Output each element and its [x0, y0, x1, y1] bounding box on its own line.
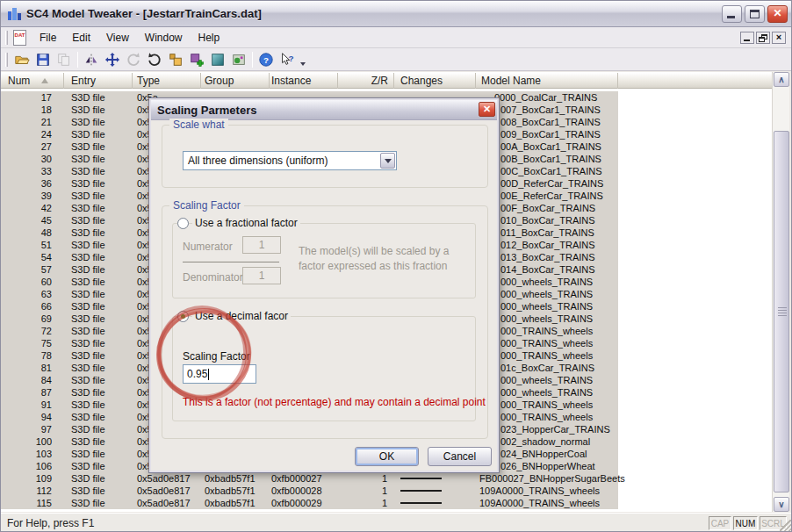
header-zr[interactable]: Z/R — [338, 73, 394, 89]
decimal-factor-field[interactable]: 0.95 — [183, 364, 256, 384]
mdi-minimize-button[interactable] — [740, 32, 754, 44]
menu-file[interactable]: File — [32, 29, 64, 47]
row-num: 57 — [1, 263, 52, 276]
row-model-name: 000_wheels_TRAINS — [500, 288, 593, 300]
header-model-name[interactable]: Model Name — [476, 73, 618, 89]
fraction-divider — [183, 262, 279, 262]
row-entry: S3D file — [71, 104, 105, 116]
maximize-button[interactable] — [745, 5, 765, 23]
dialog-close-button[interactable]: ✕ — [479, 102, 495, 117]
row-num: 30 — [1, 153, 52, 165]
row-model-name: 000_TRAINS_wheels — [500, 399, 593, 411]
minimize-button[interactable] — [722, 5, 742, 23]
header-num[interactable]: Num — [1, 73, 64, 89]
row-num: 33 — [1, 165, 52, 177]
header-filler — [618, 73, 772, 89]
texture-button[interactable] — [228, 50, 249, 69]
menubar-gripper[interactable] — [5, 31, 8, 45]
material-button[interactable] — [207, 50, 228, 69]
row-model-name: 109A0000_TRAINS_wheels — [479, 497, 600, 509]
row-entry: S3D file — [71, 374, 105, 386]
app-window: SC4 Model Tweaker - [JestarrTrainCars.da… — [0, 0, 792, 532]
row-entry: S3D file — [71, 251, 105, 263]
row-entry: S3D file — [71, 116, 105, 128]
close-button[interactable]: ✕ — [767, 5, 788, 23]
row-num: 21 — [1, 116, 52, 128]
header-instance[interactable]: Instance — [270, 73, 338, 89]
move-button[interactable] — [102, 50, 123, 69]
row-num: 72 — [1, 325, 52, 337]
copy-button[interactable] — [54, 50, 75, 69]
row-num: 42 — [1, 202, 52, 214]
menu-bar: DAT File Edit View Window Help × — [1, 27, 792, 48]
row-entry: S3D file — [71, 128, 105, 140]
denominator-field[interactable]: 1 — [242, 267, 281, 284]
fractional-radio-label[interactable]: Use a fractional factor — [192, 217, 300, 229]
add-model-button[interactable] — [186, 50, 207, 69]
row-model-name: 009_BoxCar1_TRAINS — [500, 128, 601, 140]
open-folder-icon — [14, 52, 30, 68]
row-instance: 0xfb000029 — [271, 497, 322, 509]
menu-view[interactable]: View — [98, 29, 137, 47]
row-entry: S3D file — [71, 153, 105, 165]
row-entry: S3D file — [71, 337, 105, 349]
vertical-scrollbar[interactable]: ∧ ∨ — [772, 72, 789, 512]
header-changes[interactable]: Changes — [394, 73, 476, 89]
cancel-button[interactable]: Cancel — [428, 447, 492, 466]
mdi-restore-button[interactable] — [756, 32, 770, 44]
scrollbar-thumb[interactable] — [774, 131, 789, 492]
mirror-button[interactable] — [81, 50, 102, 69]
row-model-name: 010_BoxCar_TRAINS — [500, 214, 595, 226]
row-model-name: 000_wheels_TRAINS — [500, 386, 593, 399]
resize-grip[interactable] — [780, 520, 791, 531]
row-model-name: 00F_BoxCar_TRAINS — [500, 202, 595, 214]
header-type[interactable]: Type — [133, 73, 201, 89]
save-button[interactable] — [32, 50, 54, 69]
combobox-dropdown-button[interactable] — [380, 153, 395, 169]
rotate-cw-button[interactable] — [144, 50, 165, 69]
toolbar-overflow-chevron[interactable] — [298, 50, 308, 69]
table-row[interactable]: 115S3D file0x5ad0e8170xbadb57f10xfb00002… — [1, 497, 618, 509]
app-icon — [7, 6, 22, 21]
row-model-name: 000_wheels_TRAINS — [500, 374, 593, 386]
decimal-radio-label[interactable]: Use a decimal facor — [192, 310, 291, 322]
row-changes-line — [400, 490, 442, 492]
scroll-up-button[interactable]: ∧ — [774, 72, 789, 87]
header-group[interactable]: Group — [201, 73, 270, 89]
menu-edit[interactable]: Edit — [64, 29, 98, 47]
chevron-down-icon — [385, 159, 392, 163]
toolbar-gripper[interactable] — [5, 53, 8, 67]
row-model-name: FB000027_BNHopperSugarBeets — [479, 472, 625, 485]
table-row[interactable]: 112S3D file0x5ad0e8170xbadb57f10xfb00002… — [1, 485, 618, 497]
help-button[interactable]: ? — [256, 50, 277, 69]
copy-icon — [56, 52, 72, 68]
list-header: Num Entry Type Group Instance Z/R Change… — [1, 72, 772, 89]
open-button[interactable] — [11, 50, 32, 69]
row-model-name: 024_BNHopperCoal — [500, 448, 587, 460]
menu-help[interactable]: Help — [191, 29, 228, 47]
row-entry: S3D file — [71, 460, 105, 472]
row-num: 94 — [1, 411, 52, 423]
row-num: 54 — [1, 251, 52, 263]
row-entry: S3D file — [71, 497, 105, 509]
scale-what-combobox[interactable]: All three dimensions (uniform) — [183, 151, 397, 170]
document-icon[interactable]: DAT — [13, 30, 26, 46]
scroll-down-button[interactable]: ∨ — [774, 497, 789, 512]
scale-button[interactable] — [165, 50, 186, 69]
row-num: 106 — [1, 460, 52, 472]
numerator-field[interactable]: 1 — [242, 236, 281, 254]
rotate-cw-icon — [147, 52, 162, 68]
table-row[interactable]: 109S3D file0x5ad0e8170xbadb57f10xfb00002… — [1, 472, 618, 485]
toolbar: ? ? — [1, 48, 792, 71]
context-help-button[interactable]: ? — [277, 50, 298, 69]
header-entry[interactable]: Entry — [64, 73, 133, 89]
mdi-close-button[interactable]: × — [772, 32, 786, 44]
row-num: 87 — [1, 386, 52, 399]
rotate-ccw-button[interactable] — [123, 50, 144, 69]
row-num: 51 — [1, 239, 52, 251]
denominator-label: Denominator — [183, 271, 243, 284]
decimal-radio[interactable] — [177, 311, 189, 322]
ok-button[interactable]: OK — [355, 447, 419, 466]
menu-window[interactable]: Window — [137, 29, 191, 47]
fractional-radio[interactable] — [177, 218, 189, 229]
